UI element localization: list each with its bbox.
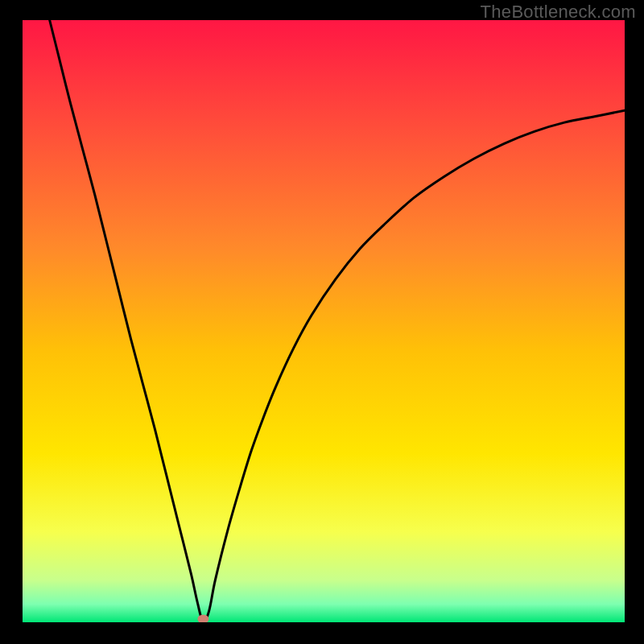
bottleneck-chart (23, 20, 625, 622)
chart-frame: TheBottleneck.com (0, 0, 644, 644)
watermark-text: TheBottleneck.com (481, 2, 636, 23)
gradient-background (23, 20, 625, 622)
